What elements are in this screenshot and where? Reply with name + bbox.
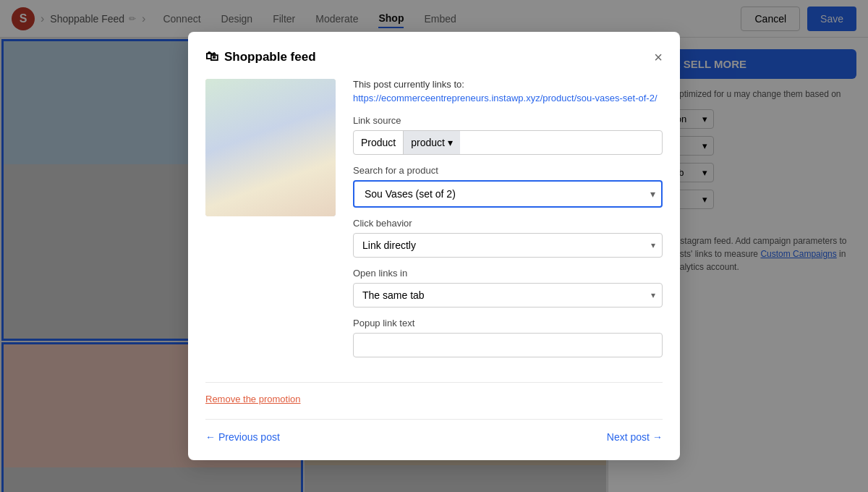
- next-post-label: Next post: [607, 431, 650, 443]
- click-behavior-row: Click behavior Link directlyPopupNone ▾: [353, 218, 663, 258]
- popup-link-text-input[interactable]: [353, 333, 663, 357]
- modal-title: 🛍 Shoppable feed: [205, 49, 316, 64]
- next-arrow-icon: →: [652, 431, 663, 443]
- shoppable-feed-modal: 🛍 Shoppable feed × This post currently l…: [188, 32, 680, 460]
- link-source-row: Link source Product product ▾: [353, 115, 663, 155]
- popup-link-text-row: Popup link text: [353, 318, 663, 357]
- link-source-label: Link source: [353, 115, 663, 126]
- click-behavior-select[interactable]: Link directlyPopupNone: [353, 233, 663, 258]
- click-behavior-wrap: Link directlyPopupNone ▾: [353, 233, 663, 258]
- popup-link-text-label: Popup link text: [353, 318, 663, 328]
- modal-header: 🛍 Shoppable feed ×: [205, 49, 663, 64]
- product-image: [205, 79, 336, 216]
- open-links-wrap: The same tabA new tab ▾: [353, 283, 663, 308]
- remove-promotion-link[interactable]: Remove the promotion: [205, 394, 301, 404]
- post-link-url[interactable]: https://ecommerceentrepreneurs.instawp.x…: [353, 93, 663, 103]
- search-product-select[interactable]: Sou Vases (set of 2): [353, 180, 663, 208]
- open-links-label: Open links in: [353, 268, 663, 279]
- modal-title-text: Shoppable feed: [224, 50, 316, 64]
- modal-form: This post currently links to: https://ec…: [353, 79, 663, 368]
- search-product-row: Search for a product Sou Vases (set of 2…: [353, 165, 663, 208]
- shopping-bag-icon: 🛍: [205, 49, 218, 64]
- modal-body: This post currently links to: https://ec…: [205, 79, 663, 368]
- link-source-text1: Product: [354, 131, 403, 154]
- modal-close-button[interactable]: ×: [654, 50, 663, 64]
- prev-arrow-icon: ←: [205, 431, 216, 443]
- modal-footer: ← Previous post Next post →: [205, 419, 663, 443]
- link-source-text2: product ▾: [403, 131, 460, 154]
- search-product-wrap: Sou Vases (set of 2) ▾: [353, 180, 663, 208]
- post-link-label: This post currently links to:: [353, 79, 663, 90]
- modal-divider: [205, 382, 663, 383]
- next-post-button[interactable]: Next post →: [607, 431, 663, 443]
- search-product-label: Search for a product: [353, 165, 663, 176]
- link-source-arrow: ▾: [448, 137, 453, 148]
- modal-overlay: 🛍 Shoppable feed × This post currently l…: [0, 0, 868, 492]
- prev-post-button[interactable]: ← Previous post: [205, 431, 280, 443]
- click-behavior-label: Click behavior: [353, 218, 663, 229]
- open-links-row: Open links in The same tabA new tab ▾: [353, 268, 663, 308]
- open-links-select[interactable]: The same tabA new tab: [353, 283, 663, 308]
- prev-post-label: Previous post: [218, 431, 280, 443]
- link-source-product: product: [411, 137, 445, 148]
- link-source-select[interactable]: Product product ▾: [353, 130, 663, 155]
